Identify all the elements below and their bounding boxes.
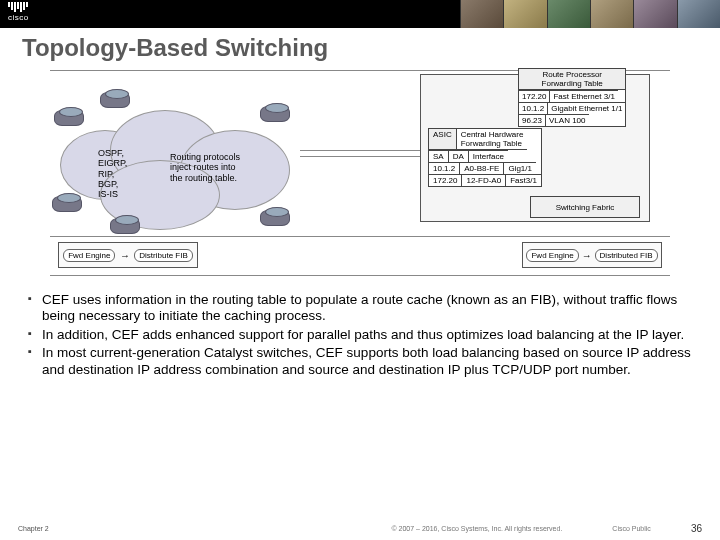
line-cards-row: Fwd Engine → Distribute FIB Fwd Engine →… [50,242,670,268]
public-label: Cisco Public [612,525,651,532]
bullet-item: CEF uses information in the routing tabl… [28,292,692,325]
router-icon [110,218,140,234]
bullet-list: CEF uses information in the routing tabl… [0,280,720,378]
chapter-label: Chapter 2 [18,525,49,532]
router-icon [52,196,82,212]
arrow-icon: → [582,250,592,261]
page-number: 36 [691,523,702,534]
router-icon [260,106,290,122]
header-photo-strip [460,0,720,28]
line-card: Fwd Engine → Distribute FIB [58,242,198,268]
cisco-logo: cisco [8,2,29,22]
asic-table: ASIC Central Hardware Forwarding Table S… [428,128,542,187]
route-processor-table: Route Processor Forwarding Table 172.20F… [518,68,626,127]
routing-note: Routing protocols inject routes into the… [170,152,280,183]
rpft-title: Route Processor Forwarding Table [519,69,625,90]
router-icon [260,210,290,226]
slide-footer: Chapter 2 © 2007 – 2016, Cisco Systems, … [0,523,720,534]
slide-title: Topology-Based Switching [0,28,720,62]
protocols-label: OSPF, EIGRP, RIP, BGP, IS-IS [98,148,148,200]
brand-text: cisco [8,13,29,22]
header-bar: cisco [0,0,720,28]
topology-diagram: OSPF, EIGRP, RIP, BGP, IS-IS Routing pro… [50,70,670,280]
bullet-item: In addition, CEF adds enhanced support f… [28,327,692,343]
asic-label: ASIC [429,129,457,150]
switching-fabric: Switching Fabric [530,196,640,218]
bullet-item: In most current-generation Catalyst swit… [28,345,692,378]
router-icon [100,92,130,108]
line-card: Fwd Engine → Distributed FIB [522,242,662,268]
arrow-icon: → [120,250,130,261]
routing-cloud: OSPF, EIGRP, RIP, BGP, IS-IS Routing pro… [60,100,300,230]
copyright-text: © 2007 – 2016, Cisco Systems, Inc. All r… [391,525,562,532]
router-icon [54,110,84,126]
asic-desc: Central Hardware Forwarding Table [457,129,528,150]
